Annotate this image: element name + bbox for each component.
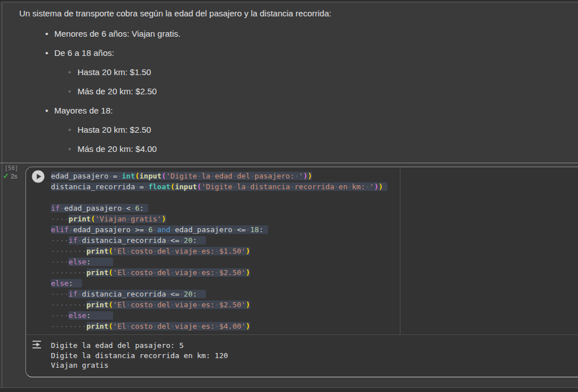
code-line: ········print('El·costo·del·viaje·es:·$2… (51, 299, 387, 310)
code-cell[interactable]: [50] ✓ 2s edad_pasajero·=·int(input('Dig… (0, 163, 578, 387)
code-token: · (68, 225, 73, 234)
code-token: la (201, 172, 210, 180)
code-token: costo (131, 300, 153, 309)
code-token: · (232, 225, 237, 234)
code-line: distancia_recorrida·=·float(input('Digit… (51, 181, 387, 192)
code-token: · (135, 182, 140, 191)
indent-whitespace: ········ (51, 322, 87, 330)
bullet-icon: ◦ (68, 125, 77, 134)
code-token: · (153, 300, 157, 309)
editor-ruler (400, 167, 400, 334)
code-token: · (250, 172, 255, 180)
execution-time: 2s (11, 173, 18, 180)
code-token: ( (109, 247, 113, 255)
code-token: del (157, 322, 170, 330)
selection-highlight: print('El·costo·del·viaje·es:·$4.00') (87, 322, 251, 330)
code-line: ········print('El·costo·del·viaje·es:·$2… (51, 267, 387, 278)
code-token: print (68, 215, 90, 223)
colab-notebook: Un sistema de transporte cobra según la … (0, 0, 578, 392)
markdown-item-text: Hasta 20 km: $1.50 (77, 67, 151, 77)
code-token: del (157, 247, 170, 255)
code-token: es: (201, 247, 214, 255)
code-line: ····else: (51, 256, 387, 267)
markdown-item-text: Menores de 6 años: Viajan gratis. (54, 29, 180, 38)
code-token: ) (303, 172, 308, 180)
code-line: elif·edad_pasajero·>=·6·and·edad_pasajer… (51, 224, 387, 235)
code-token: $4.00' (219, 322, 245, 330)
code-line: ····print('Viajan·gratis') (51, 214, 387, 224)
bullet-icon: • (45, 106, 54, 115)
markdown-cell[interactable]: Un sistema de transporte cobra según la … (2, 2, 578, 163)
selection-highlight: if·edad_pasajero·<·6: (51, 204, 148, 212)
selection-highlight: print('El·costo·del·viaje·es:·$2.50') (87, 300, 251, 309)
output-text: Digite la edad del pasajero: 5Digite la … (51, 341, 228, 371)
output-line: Viajan gratis (51, 360, 228, 371)
code-token: else (51, 279, 68, 288)
markdown-list-item: ◦Más de 20 km: $2.50 (68, 86, 157, 96)
code-line: if·edad_pasajero·<·6: (51, 203, 387, 214)
code-token: edad_pasajero (64, 204, 122, 212)
code-token: print (87, 322, 109, 330)
code-token: ( (109, 322, 113, 330)
code-token: : (192, 290, 197, 298)
code-token: viaje (175, 268, 197, 277)
code-token: · (77, 236, 82, 245)
code-token: distancia_recorrida (82, 290, 166, 298)
code-token: ) (378, 182, 383, 191)
code-token: distancia_recorrida (82, 236, 166, 245)
run-cell-button[interactable] (32, 170, 45, 183)
code-token: <= (237, 225, 246, 234)
markdown-list-item: •Menores de 6 años: Viajan gratis. (45, 29, 180, 38)
code-token: · (126, 247, 131, 255)
code-token: and (157, 225, 170, 234)
code-token: ( (109, 268, 113, 277)
code-token: viaje (175, 322, 197, 330)
code-token: $2.50' (219, 268, 245, 277)
selection-highlight: else: (68, 258, 113, 266)
code-token: if (51, 204, 60, 212)
code-token: · (365, 182, 370, 191)
markdown-item-text: Hasta 20 km: $2.50 (77, 125, 151, 134)
code-token: 18 (250, 225, 259, 234)
selection-highlight: if·distancia_recorrida·<=·20: (68, 290, 206, 298)
code-token: · (210, 172, 215, 180)
code-token: km: (352, 182, 365, 191)
code-token: · (77, 290, 82, 298)
code-token: costo (131, 247, 153, 255)
indent-whitespace: ···· (51, 290, 68, 298)
code-token: ) (308, 172, 312, 180)
markdown-item-text: Más de 20 km: $2.50 (77, 86, 157, 96)
code-token: ( (162, 172, 166, 180)
code-token: 'El (113, 300, 126, 309)
code-token: ( (135, 172, 140, 180)
markdown-list-item: ◦Hasta 20 km: $2.50 (68, 125, 151, 134)
code-token: · (126, 215, 131, 223)
code-token: <= (170, 236, 179, 245)
code-token: en (339, 182, 348, 191)
code-token: · (153, 225, 157, 234)
code-editor[interactable]: edad_pasajero·=·int(input('Digite·la·eda… (51, 171, 387, 332)
code-token: : (87, 311, 91, 320)
selection-highlight: print('Viajan·gratis') (68, 215, 166, 223)
code-token: recorrida (295, 182, 334, 191)
code-token: viaje (175, 300, 197, 309)
execution-count: [50] (5, 165, 18, 171)
markdown-item-text: Más de 20 km: $4.00 (77, 144, 157, 154)
code-token: · (153, 268, 157, 277)
code-token: 6 (135, 204, 140, 212)
markdown-list-item: •Mayores de 18: (45, 106, 113, 115)
code-line: edad_pasajero·=·int(input('Digite·la·eda… (51, 171, 387, 181)
code-token: · (126, 268, 131, 277)
code-token: 'Viajan (95, 215, 126, 223)
indent-whitespace: ········ (51, 300, 87, 309)
code-token: : (87, 258, 91, 266)
bullet-icon: ◦ (68, 67, 77, 76)
bullet-icon: ◦ (68, 86, 77, 95)
indent-whitespace: ···· (51, 215, 68, 223)
code-token: es: (201, 322, 214, 330)
code-token: · (170, 322, 175, 330)
code-token: : (68, 279, 73, 288)
code-token: · (334, 182, 339, 191)
code-token: : (192, 236, 197, 245)
code-token: < (126, 204, 131, 212)
